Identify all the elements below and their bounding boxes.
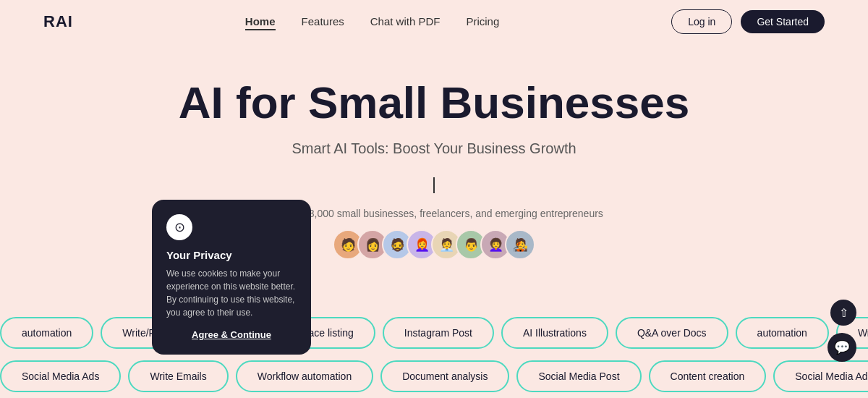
hero-heading: AI for Small Businesses xyxy=(14,78,854,127)
nav-links: Home Features Chat with PDF Pricing xyxy=(245,15,499,28)
feature-pill[interactable]: Workflow automation xyxy=(236,360,373,392)
avatar: 🧑‍🎤 xyxy=(505,229,535,260)
get-started-button[interactable]: Get Started xyxy=(741,10,825,33)
cursor-bar xyxy=(433,177,435,193)
nav-item-home[interactable]: Home xyxy=(245,15,276,28)
privacy-body: We use cookies to make your experience o… xyxy=(166,267,297,319)
navigation: RAI Home Features Chat with PDF Pricing … xyxy=(0,0,868,43)
login-button[interactable]: Log in xyxy=(671,9,732,34)
pills-row-1: automationWrite/Read ContractsMarketplac… xyxy=(0,311,868,355)
privacy-title: Your Privacy xyxy=(166,249,297,261)
nav-actions: Log in Get Started xyxy=(671,9,825,34)
nav-item-chat[interactable]: Chat with PDF xyxy=(370,15,441,28)
agree-button[interactable]: Agree & Continue xyxy=(166,329,297,340)
scroll-top-button[interactable]: ⇧ xyxy=(830,300,856,326)
chat-bubble-button[interactable]: 💬 xyxy=(827,333,856,362)
feature-pill[interactable]: Write Emails xyxy=(128,360,228,392)
feature-pill[interactable]: Q&A over Docs xyxy=(616,317,728,349)
feature-pill[interactable]: automation xyxy=(0,317,93,349)
feature-pill[interactable]: Social Media Post xyxy=(516,360,641,392)
privacy-icon xyxy=(166,214,192,240)
nav-item-features[interactable]: Features xyxy=(302,15,344,28)
feature-pill[interactable]: automation xyxy=(736,317,829,349)
feature-pill[interactable]: Social Media Ads xyxy=(0,360,121,392)
privacy-modal: Your Privacy We use cookies to make your… xyxy=(152,200,311,355)
feature-pill[interactable]: Instagram Post xyxy=(383,317,494,349)
feature-pill[interactable]: AI Illustrations xyxy=(501,317,608,349)
hero-subtitle: Smart AI Tools: Boost Your Business Grow… xyxy=(14,140,854,157)
pills-row-2: Social Media AdsWrite EmailsWorkflow aut… xyxy=(0,355,868,398)
logo: RAI xyxy=(43,12,73,31)
nav-item-pricing[interactable]: Pricing xyxy=(466,15,499,28)
hero-join-text: Join over 8,000 small businesses, freela… xyxy=(14,208,854,219)
feature-pill[interactable]: Document analysis xyxy=(380,360,509,392)
feature-pill[interactable]: Social Media Ads xyxy=(773,360,868,392)
feature-pill[interactable]: Content creation xyxy=(649,360,767,392)
feature-pills-strip: automationWrite/Read ContractsMarketplac… xyxy=(0,311,868,398)
hero-section: AI for Small Businesses Smart AI Tools: … xyxy=(0,43,868,274)
avatars-group: 🧑👩🧔👩‍🦰🧑‍💼👨👩‍🦱🧑‍🎤 xyxy=(14,229,854,260)
